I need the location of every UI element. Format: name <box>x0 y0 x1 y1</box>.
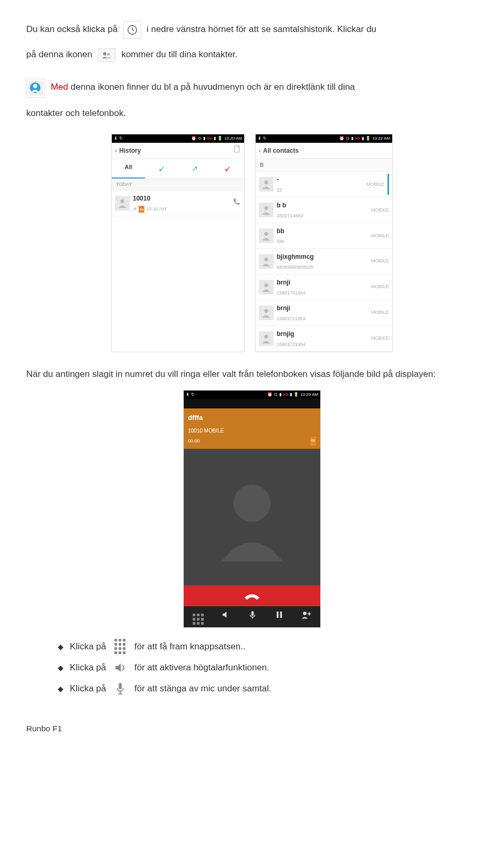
svg-point-22 <box>303 612 307 615</box>
svg-point-16 <box>264 334 268 338</box>
contact-name: brnji <box>277 302 365 314</box>
contacts-header[interactable]: ‹ All contacts <box>256 143 392 160</box>
signal2-icon: ▮ <box>214 134 216 142</box>
svg-point-14 <box>264 283 268 287</box>
history-time: 10:16 AM <box>146 205 166 214</box>
svg-point-12 <box>264 232 268 236</box>
contact-number: 586 <box>277 237 365 246</box>
tab-all[interactable]: All <box>112 159 145 178</box>
bullet-1: ◆ Klicka på för att få fram knappsatsen.… <box>58 638 478 655</box>
history-tabs: All ↙ ↗ ↙ <box>112 159 244 179</box>
sync-icon: ↻ <box>191 391 195 398</box>
paragraph-2: på denna ikonen kommer du till dina kont… <box>26 46 478 63</box>
contact-badge: MOBILE <box>368 257 389 266</box>
paragraph-3: Med denna ikonen finner du bl a på huvud… <box>26 79 478 98</box>
call-duration: 00:00 <box>188 437 200 446</box>
bullet-list: ◆ Klicka på för att få fram knappsatsen.… <box>58 638 478 698</box>
contact-row[interactable]: brnji15801721954MOBILE <box>256 275 392 300</box>
signal-icon: ▮ <box>279 391 281 398</box>
clock-icon <box>123 21 141 39</box>
avatar-icon <box>259 177 274 192</box>
svg-rect-20 <box>277 612 279 618</box>
history-header[interactable]: ‹ History <box>112 143 244 160</box>
chevron-left-icon: ‹ <box>259 145 261 157</box>
tab-incoming[interactable]: ↙ <box>145 159 178 178</box>
history-row[interactable]: 10010 ↗cu10:16 AM <box>112 191 244 216</box>
alarm-icon: ⏰ <box>191 134 196 142</box>
svg-point-17 <box>233 485 270 522</box>
missed-icon: ↙ <box>225 164 231 173</box>
call-avatar <box>184 449 320 585</box>
contact-name: brnji <box>277 277 365 289</box>
avatar-icon <box>259 228 274 243</box>
contacts-mini-icon <box>98 48 116 62</box>
bt-icon: ⬇ <box>186 391 190 398</box>
contact-number: 22 <box>277 186 360 195</box>
contact-name: bjixghmmcg <box>277 251 365 263</box>
bullet-3: ◆ Klicka på för att stänga av mic under … <box>58 680 478 697</box>
avatar-icon <box>259 254 274 269</box>
speaker-icon <box>112 661 128 674</box>
statusbar: ⬇↻ ⏰G▮3G▮🔋10:29 AM <box>184 391 320 399</box>
screenshot-history: ⬇↻ ⏰G▮3G▮🔋10:20 AM ‹ History All ↙ ↗ ↙ T… <box>111 134 245 352</box>
svg-line-2 <box>132 30 134 30</box>
screenshot-call: ⬇↻ ⏰G▮3G▮🔋10:29 AM dfffa 10010 MOBILE 00… <box>183 390 321 628</box>
chevron-left-icon: ‹ <box>115 145 117 157</box>
tab-missed[interactable]: ↙ <box>211 159 244 178</box>
p3-red: Med <box>51 82 68 92</box>
net-3g-icon: 3G <box>207 134 213 142</box>
contact-number: 2802714884 <box>277 212 365 220</box>
cu-badge: cu <box>310 437 316 446</box>
net-3g-icon: 3G <box>283 391 289 398</box>
contact-row[interactable]: b b2802714884MOBILE <box>256 197 392 223</box>
add-call-button[interactable] <box>301 610 311 623</box>
b3-a: Klicka på <box>70 680 106 697</box>
battery-icon: 🔋 <box>365 134 371 142</box>
g-icon: G <box>346 134 349 142</box>
contact-badge: MOBILE <box>368 282 389 291</box>
avatar-icon <box>115 196 130 211</box>
index-letter: B <box>256 159 392 172</box>
b3-b: för att stänga av mic under samtal. <box>134 680 271 697</box>
alarm-icon: ⏰ <box>339 134 344 142</box>
bullet-marker-icon: ◆ <box>58 640 64 654</box>
svg-point-13 <box>264 258 268 261</box>
call-header: dfffa 10010 MOBILE 00:00 cu <box>184 408 320 449</box>
statusbar: ⬇↻ ⏰G▮3G▮🔋10:20 AM <box>112 134 244 143</box>
dialpad-button[interactable] <box>193 609 204 625</box>
speaker-button[interactable] <box>221 610 230 623</box>
screenshots-row: ⬇↻ ⏰G▮3G▮🔋10:20 AM ‹ History All ↙ ↗ ↙ T… <box>26 134 478 352</box>
g-icon: G <box>198 134 201 142</box>
paragraph-4: När du antingen slagit in numret du vill… <box>26 366 478 383</box>
svg-point-3 <box>103 52 107 55</box>
p1-text-b: i nedre vänstra hörnet för att se samtal… <box>146 24 376 34</box>
contact-row[interactable]: brnji15801721954MOBILE <box>256 300 392 326</box>
contact-number: 15801721954 <box>277 314 365 323</box>
call-name: dfffa <box>188 412 316 425</box>
avatar-icon <box>259 331 274 346</box>
contact-number: 68089660855525 <box>277 263 365 272</box>
hangup-button[interactable] <box>184 585 320 606</box>
b1-b: för att få fram knappsatsen.. <box>134 638 246 655</box>
hold-button[interactable] <box>275 611 284 623</box>
p2-text-a: på denna ikonen <box>26 49 92 59</box>
svg-rect-18 <box>251 612 254 616</box>
new-doc-icon[interactable] <box>234 145 241 157</box>
phone-icon[interactable] <box>233 196 241 211</box>
svg-point-11 <box>264 206 268 210</box>
g-icon: G <box>274 391 277 398</box>
status-time: 10:20 AM <box>224 134 242 142</box>
contact-row[interactable]: -22MOBILE <box>256 172 392 197</box>
contact-row[interactable]: bb586MOBILE <box>256 223 392 249</box>
statusbar: ⬇↻ ⏰G▮3G▮🔋10:22 AM <box>256 134 392 143</box>
b2-a: Klicka på <box>70 659 106 676</box>
svg-point-9 <box>120 199 124 203</box>
contact-badge: MOBILE <box>368 231 389 240</box>
signal2-icon: ▮ <box>362 134 364 142</box>
contacts-app-icon <box>26 79 45 98</box>
contact-row[interactable]: brnjig15801721954MOBILE <box>256 326 392 352</box>
contact-row[interactable]: bjixghmmcg68089660855525MOBILE <box>256 249 392 275</box>
mute-button[interactable] <box>248 610 257 623</box>
bullet-marker-icon: ◆ <box>58 682 64 696</box>
tab-outgoing[interactable]: ↗ <box>178 159 211 178</box>
